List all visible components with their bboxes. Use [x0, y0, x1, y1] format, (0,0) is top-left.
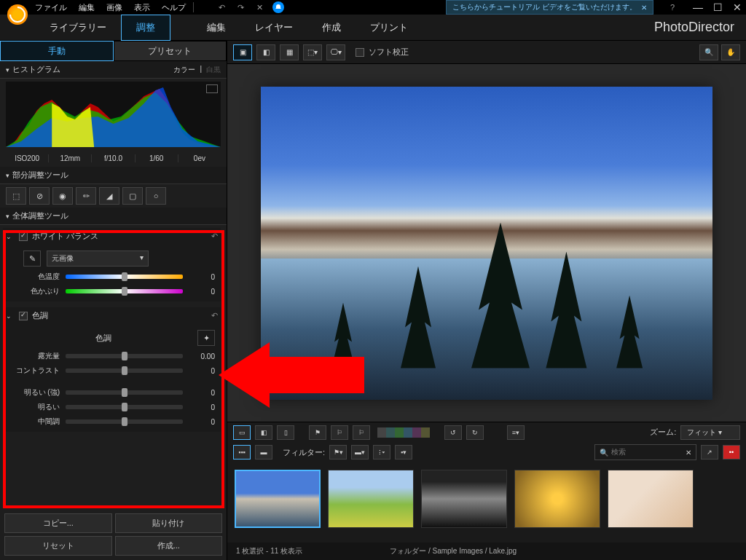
close-icon[interactable]: ✕ [733, 1, 742, 13]
filter-label-icon[interactable]: ▬▾ [351, 445, 369, 460]
auto-tone-icon[interactable]: ✦ [197, 330, 215, 346]
layout-2-icon[interactable]: ◧ [255, 425, 272, 440]
chevron-down-icon[interactable]: ⌄ [6, 233, 12, 240]
thumbnail[interactable] [514, 470, 600, 528]
thumbnail[interactable] [328, 470, 414, 528]
mask-tool-icon[interactable]: ○ [146, 187, 166, 205]
flag-reject-icon[interactable]: ⚐ [331, 425, 348, 440]
thumbnail[interactable] [608, 470, 694, 528]
sort-icon[interactable]: ≡▾ [507, 425, 525, 440]
view-single-icon[interactable]: ▣ [233, 44, 252, 60]
layout-1-icon[interactable]: ▭ [233, 425, 251, 440]
histo-bw[interactable]: 白黒 [206, 65, 221, 75]
filter-stack-icon[interactable]: ▪▾ [395, 445, 412, 460]
menu-help[interactable]: ヘルプ [162, 2, 186, 13]
chevron-down-icon[interactable]: ⌄ [6, 312, 12, 320]
thumbnail[interactable] [421, 470, 507, 528]
wb-checkbox[interactable] [19, 232, 28, 241]
clear-search-icon[interactable]: ✕ [686, 449, 691, 457]
crop-tool-icon[interactable]: ⬚ [6, 187, 26, 205]
tab-layer[interactable]: レイヤー [240, 15, 307, 40]
tab-library[interactable]: ライブラリー [35, 15, 121, 40]
histogram-header[interactable]: ▾ ヒストグラム カラー | 白黒 [0, 61, 227, 79]
wb-preset-dropdown[interactable]: 元画像▾ [47, 251, 149, 267]
rotate-ccw-icon[interactable]: ↺ [444, 425, 462, 440]
tint-slider[interactable] [66, 289, 183, 293]
reset-icon[interactable]: ↶ [211, 311, 218, 320]
color-labels[interactable] [377, 427, 430, 438]
spot-tool-icon[interactable]: ⊘ [29, 187, 50, 205]
minimize-icon[interactable]: — [693, 1, 703, 13]
export-icon[interactable]: ↗ [701, 445, 718, 460]
view-secondary-icon[interactable]: 🖵▾ [326, 44, 345, 60]
undo-icon[interactable]: ↶ [216, 1, 227, 13]
image-canvas[interactable] [227, 64, 746, 422]
reset-button[interactable]: リセット [4, 536, 112, 556]
histo-color[interactable]: カラー [173, 65, 195, 75]
lights-slider[interactable] [66, 405, 183, 409]
tools-icon[interactable]: ✕ [254, 1, 265, 13]
tab-edit[interactable]: 編集 [192, 15, 240, 40]
exposure-slider[interactable] [66, 354, 183, 358]
thumb-size-1-icon[interactable]: ▪▪▪ [233, 445, 251, 460]
wb-title: ホワイト バランス [32, 231, 98, 242]
copy-button[interactable]: コピー... [4, 513, 112, 533]
menu-edit[interactable]: 編集 [79, 2, 95, 13]
zoom-dropdown[interactable]: フィット ▾ [680, 425, 740, 440]
search-input[interactable]: 🔍 検索 ✕ [594, 444, 696, 460]
chevron-down-icon: ▾ [6, 213, 9, 220]
contrast-slider[interactable] [66, 368, 183, 373]
highlights-slider[interactable] [66, 390, 183, 395]
tone-checkbox[interactable] [19, 312, 28, 320]
subtab-preset[interactable]: プリセット [114, 41, 227, 61]
paste-button[interactable]: 貼り付け [115, 513, 223, 533]
promo-close-icon[interactable]: ✕ [641, 4, 647, 12]
view-compare-icon[interactable]: ◧ [256, 44, 275, 60]
redo-icon[interactable]: ↷ [235, 1, 246, 13]
thumbnail[interactable] [235, 470, 321, 528]
brush-tool-icon[interactable]: ✏ [76, 187, 96, 205]
promo-banner[interactable]: こちらからチュートリアル ビデオをご覧いただけます。 ✕ [446, 0, 653, 15]
help-icon[interactable]: ? [667, 1, 678, 13]
filter-flag-icon[interactable]: ⚑▾ [329, 445, 347, 460]
subtab-manual[interactable]: 手動 [0, 41, 114, 61]
flag-pick-icon[interactable]: ⚑ [309, 425, 326, 440]
softproof-checkbox[interactable] [356, 48, 364, 57]
filter-rating-icon[interactable]: ⫶▾ [373, 445, 390, 460]
view-grid-icon[interactable]: ▦ [280, 44, 299, 60]
rotate-cw-icon[interactable]: ↻ [466, 425, 484, 440]
reset-icon[interactable]: ↶ [211, 232, 218, 241]
menu-image[interactable]: 画像 [106, 2, 122, 13]
tab-print[interactable]: プリント [356, 15, 423, 40]
temperature-slider[interactable] [66, 275, 183, 279]
thumb-size-2-icon[interactable]: ▬ [255, 445, 272, 460]
view-multi-icon[interactable]: ⬚▾ [303, 44, 322, 60]
gradient-tool-icon[interactable]: ◢ [99, 187, 119, 205]
tab-adjust[interactable]: 調整 [121, 15, 170, 41]
redeye-tool-icon[interactable]: ◉ [52, 187, 73, 205]
midtones-slider[interactable] [66, 419, 183, 424]
promo-text: こちらからチュートリアル ビデオをご覧いただけます。 [452, 2, 637, 12]
histogram-display [6, 82, 221, 147]
search-icon: 🔍 [600, 449, 608, 457]
exif-bar: ISO20012mmf/10.01/600ev [0, 150, 227, 167]
flag-x-icon[interactable]: ⚐ [353, 425, 370, 440]
create-button[interactable]: 作成... [115, 536, 223, 556]
filmstrip[interactable] [227, 462, 746, 543]
zoom-tool-icon[interactable]: 🔍 [699, 44, 718, 60]
menu-view[interactable]: 表示 [134, 2, 150, 13]
photo-preview [261, 87, 712, 400]
notification-icon[interactable] [272, 1, 284, 13]
pan-tool-icon[interactable]: ✋ [721, 44, 740, 60]
chevron-down-icon: ▾ [6, 172, 9, 179]
local-tools-header[interactable]: ▾ 部分調整ツール [0, 167, 227, 184]
eyedropper-icon[interactable]: ✎ [23, 251, 41, 267]
clipping-warn-icon[interactable] [206, 84, 218, 93]
layout-3-icon[interactable]: ▯ [277, 425, 294, 440]
maximize-icon[interactable]: ☐ [713, 1, 723, 13]
global-tools-header[interactable]: ▾ 全体調整ツール [0, 208, 227, 225]
share-icon[interactable]: •• [723, 445, 740, 460]
menu-file[interactable]: ファイル [35, 2, 67, 13]
tab-create[interactable]: 作成 [307, 15, 356, 40]
radial-tool-icon[interactable]: ▢ [122, 187, 143, 205]
